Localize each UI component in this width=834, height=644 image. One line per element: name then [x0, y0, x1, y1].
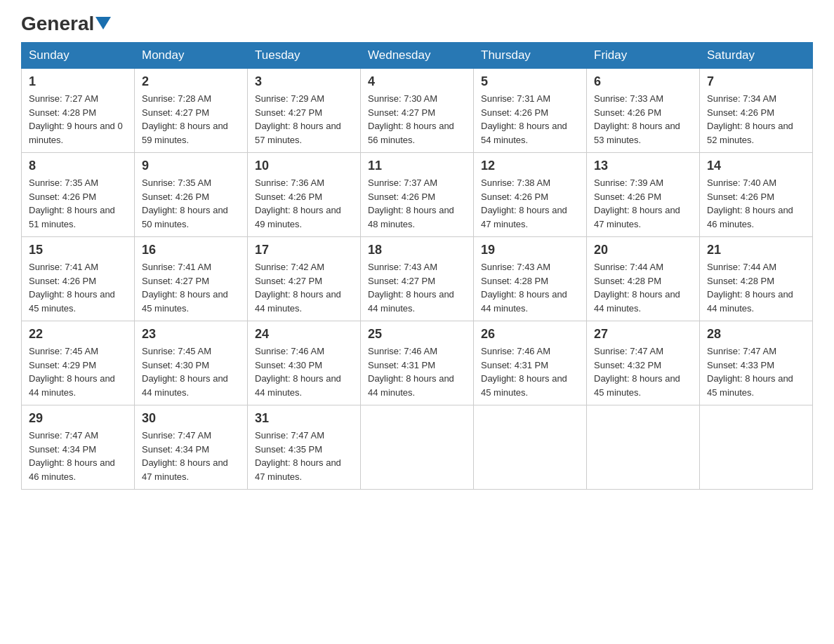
column-header-saturday: Saturday [700, 43, 813, 69]
calendar-cell: 6 Sunrise: 7:33 AMSunset: 4:26 PMDayligh… [587, 69, 700, 153]
calendar-week-row: 15 Sunrise: 7:41 AMSunset: 4:26 PMDaylig… [22, 237, 813, 321]
logo: General [21, 14, 111, 35]
calendar-cell: 17 Sunrise: 7:42 AMSunset: 4:27 PMDaylig… [248, 237, 361, 321]
column-header-sunday: Sunday [22, 43, 135, 69]
day-number: 7 [707, 74, 805, 89]
day-number: 1 [29, 74, 127, 89]
day-info: Sunrise: 7:47 AMSunset: 4:34 PMDaylight:… [29, 429, 127, 483]
day-info: Sunrise: 7:31 AMSunset: 4:26 PMDaylight:… [481, 92, 579, 147]
day-info: Sunrise: 7:39 AMSunset: 4:26 PMDaylight:… [594, 176, 692, 231]
calendar-cell: 26 Sunrise: 7:46 AMSunset: 4:31 PMDaylig… [474, 321, 587, 405]
day-number: 8 [29, 159, 127, 173]
day-number: 20 [594, 243, 692, 257]
day-info: Sunrise: 7:47 AMSunset: 4:32 PMDaylight:… [594, 344, 692, 399]
calendar-week-row: 29 Sunrise: 7:47 AMSunset: 4:34 PMDaylig… [22, 405, 813, 490]
day-number: 14 [707, 159, 805, 173]
day-info: Sunrise: 7:27 AMSunset: 4:28 PMDaylight:… [29, 92, 127, 147]
day-info: Sunrise: 7:47 AMSunset: 4:34 PMDaylight:… [142, 429, 240, 483]
calendar-cell: 14 Sunrise: 7:40 AMSunset: 4:26 PMDaylig… [700, 153, 813, 237]
calendar-cell: 16 Sunrise: 7:41 AMSunset: 4:27 PMDaylig… [135, 237, 248, 321]
day-info: Sunrise: 7:43 AMSunset: 4:27 PMDaylight:… [368, 260, 466, 315]
calendar-cell [361, 405, 474, 490]
calendar-cell: 8 Sunrise: 7:35 AMSunset: 4:26 PMDayligh… [22, 153, 135, 237]
day-number: 10 [255, 159, 353, 173]
day-number: 28 [707, 327, 805, 342]
day-number: 21 [707, 243, 805, 257]
day-info: Sunrise: 7:29 AMSunset: 4:27 PMDaylight:… [255, 92, 353, 147]
calendar-cell: 13 Sunrise: 7:39 AMSunset: 4:26 PMDaylig… [587, 153, 700, 237]
day-info: Sunrise: 7:42 AMSunset: 4:27 PMDaylight:… [255, 260, 353, 315]
day-info: Sunrise: 7:47 AMSunset: 4:35 PMDaylight:… [255, 429, 353, 483]
day-number: 5 [481, 74, 579, 89]
calendar-cell: 19 Sunrise: 7:43 AMSunset: 4:28 PMDaylig… [474, 237, 587, 321]
calendar-cell: 2 Sunrise: 7:28 AMSunset: 4:27 PMDayligh… [135, 69, 248, 153]
calendar-cell: 31 Sunrise: 7:47 AMSunset: 4:35 PMDaylig… [248, 405, 361, 490]
calendar-cell: 5 Sunrise: 7:31 AMSunset: 4:26 PMDayligh… [474, 69, 587, 153]
day-info: Sunrise: 7:46 AMSunset: 4:30 PMDaylight:… [255, 344, 353, 399]
calendar-table: SundayMondayTuesdayWednesdayThursdayFrid… [21, 42, 813, 490]
day-info: Sunrise: 7:35 AMSunset: 4:26 PMDaylight:… [29, 176, 127, 231]
day-info: Sunrise: 7:46 AMSunset: 4:31 PMDaylight:… [481, 344, 579, 399]
logo-text-general: General [21, 14, 94, 34]
day-number: 23 [142, 327, 240, 342]
calendar-cell: 18 Sunrise: 7:43 AMSunset: 4:27 PMDaylig… [361, 237, 474, 321]
calendar-cell: 29 Sunrise: 7:47 AMSunset: 4:34 PMDaylig… [22, 405, 135, 490]
day-number: 27 [594, 327, 692, 342]
day-number: 31 [255, 411, 353, 426]
day-number: 12 [481, 159, 579, 173]
day-info: Sunrise: 7:41 AMSunset: 4:26 PMDaylight:… [29, 260, 127, 315]
calendar-cell: 24 Sunrise: 7:46 AMSunset: 4:30 PMDaylig… [248, 321, 361, 405]
day-number: 18 [368, 243, 466, 257]
day-info: Sunrise: 7:44 AMSunset: 4:28 PMDaylight:… [707, 260, 805, 315]
day-number: 3 [255, 74, 353, 89]
day-number: 13 [594, 159, 692, 173]
day-number: 4 [368, 74, 466, 89]
day-number: 6 [594, 74, 692, 89]
calendar-cell: 11 Sunrise: 7:37 AMSunset: 4:26 PMDaylig… [361, 153, 474, 237]
day-info: Sunrise: 7:37 AMSunset: 4:26 PMDaylight:… [368, 176, 466, 231]
day-number: 9 [142, 159, 240, 173]
day-info: Sunrise: 7:45 AMSunset: 4:29 PMDaylight:… [29, 344, 127, 399]
day-info: Sunrise: 7:28 AMSunset: 4:27 PMDaylight:… [142, 92, 240, 147]
day-number: 24 [255, 327, 353, 342]
column-header-tuesday: Tuesday [248, 43, 361, 69]
calendar-week-row: 22 Sunrise: 7:45 AMSunset: 4:29 PMDaylig… [22, 321, 813, 405]
day-info: Sunrise: 7:40 AMSunset: 4:26 PMDaylight:… [707, 176, 805, 231]
day-info: Sunrise: 7:45 AMSunset: 4:30 PMDaylight:… [142, 344, 240, 399]
day-number: 19 [481, 243, 579, 257]
page-header: General [21, 14, 813, 35]
column-header-friday: Friday [587, 43, 700, 69]
day-info: Sunrise: 7:46 AMSunset: 4:31 PMDaylight:… [368, 344, 466, 399]
calendar-cell [587, 405, 700, 490]
day-info: Sunrise: 7:47 AMSunset: 4:33 PMDaylight:… [707, 344, 805, 399]
day-number: 29 [29, 411, 127, 426]
calendar-cell: 28 Sunrise: 7:47 AMSunset: 4:33 PMDaylig… [700, 321, 813, 405]
calendar-cell: 3 Sunrise: 7:29 AMSunset: 4:27 PMDayligh… [248, 69, 361, 153]
calendar-week-row: 1 Sunrise: 7:27 AMSunset: 4:28 PMDayligh… [22, 69, 813, 153]
calendar-cell [700, 405, 813, 490]
svg-marker-0 [95, 17, 111, 29]
calendar-cell: 27 Sunrise: 7:47 AMSunset: 4:32 PMDaylig… [587, 321, 700, 405]
column-header-thursday: Thursday [474, 43, 587, 69]
calendar-cell: 4 Sunrise: 7:30 AMSunset: 4:27 PMDayligh… [361, 69, 474, 153]
calendar-cell: 20 Sunrise: 7:44 AMSunset: 4:28 PMDaylig… [587, 237, 700, 321]
calendar-cell: 22 Sunrise: 7:45 AMSunset: 4:29 PMDaylig… [22, 321, 135, 405]
day-info: Sunrise: 7:44 AMSunset: 4:28 PMDaylight:… [594, 260, 692, 315]
day-info: Sunrise: 7:34 AMSunset: 4:26 PMDaylight:… [707, 92, 805, 147]
day-number: 26 [481, 327, 579, 342]
calendar-cell: 30 Sunrise: 7:47 AMSunset: 4:34 PMDaylig… [135, 405, 248, 490]
calendar-cell: 1 Sunrise: 7:27 AMSunset: 4:28 PMDayligh… [22, 69, 135, 153]
day-number: 25 [368, 327, 466, 342]
calendar-cell: 21 Sunrise: 7:44 AMSunset: 4:28 PMDaylig… [700, 237, 813, 321]
day-info: Sunrise: 7:35 AMSunset: 4:26 PMDaylight:… [142, 176, 240, 231]
calendar-cell: 15 Sunrise: 7:41 AMSunset: 4:26 PMDaylig… [22, 237, 135, 321]
day-info: Sunrise: 7:30 AMSunset: 4:27 PMDaylight:… [368, 92, 466, 147]
calendar-week-row: 8 Sunrise: 7:35 AMSunset: 4:26 PMDayligh… [22, 153, 813, 237]
calendar-cell: 25 Sunrise: 7:46 AMSunset: 4:31 PMDaylig… [361, 321, 474, 405]
column-header-wednesday: Wednesday [361, 43, 474, 69]
day-info: Sunrise: 7:36 AMSunset: 4:26 PMDaylight:… [255, 176, 353, 231]
calendar-cell: 12 Sunrise: 7:38 AMSunset: 4:26 PMDaylig… [474, 153, 587, 237]
day-number: 2 [142, 74, 240, 89]
calendar-cell: 23 Sunrise: 7:45 AMSunset: 4:30 PMDaylig… [135, 321, 248, 405]
day-info: Sunrise: 7:41 AMSunset: 4:27 PMDaylight:… [142, 260, 240, 315]
